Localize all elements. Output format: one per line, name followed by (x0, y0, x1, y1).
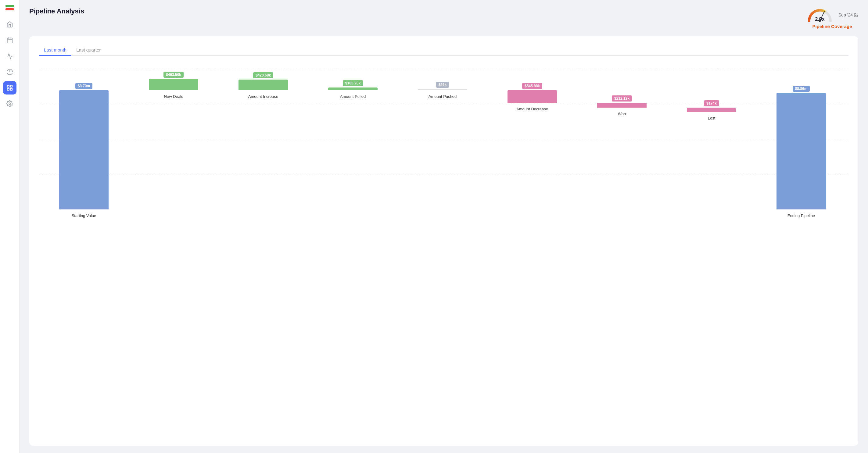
bar-label-won: $212.12k (612, 95, 632, 101)
period-label: Sep '24 (838, 12, 858, 18)
grid-line (39, 174, 848, 174)
bar-xlabel-won: Won (618, 111, 626, 116)
bar-rect-amount-pulled (328, 88, 378, 90)
pie-chart-icon (6, 69, 13, 75)
logo-bar-green (5, 5, 14, 7)
sidebar-item-pie[interactable] (3, 65, 17, 79)
dashboard-icon (6, 85, 13, 91)
bar-rect-won (597, 103, 647, 108)
sidebar-item-calendar[interactable] (3, 34, 17, 47)
home-icon (6, 21, 13, 28)
bar-group-amount-decrease: $545.88kAmount Decrease (507, 83, 557, 103)
svg-point-8 (9, 103, 11, 104)
bar-group-amount-pulled: $105.20kAmount Pulled (328, 80, 378, 90)
main-content: Pipeline Analysis (20, 0, 868, 453)
tab-last-quarter[interactable]: Last quarter (71, 45, 105, 56)
bar-label-amount-increase: $420.68k (253, 72, 273, 78)
bar-label-amount-pushed: $26k (436, 82, 449, 88)
bar-label-new-deals: $463.50k (163, 72, 184, 78)
bar-group-amount-increase: $420.68kAmount Increase (239, 72, 288, 90)
bar-group-won: $212.12kWon (597, 95, 647, 108)
pipeline-coverage-label: Pipeline Coverage (812, 24, 852, 29)
page-header: Pipeline Analysis (29, 7, 858, 29)
bar-label-ending-pipeline: $8.86m (793, 86, 810, 92)
bar-group-starting-value: $8.70mStarting Value (59, 83, 108, 209)
bar-xlabel-amount-decrease: Amount Decrease (516, 107, 548, 111)
period-info: Sep '24 (838, 12, 858, 18)
header-right: 2.0x Sep '24 Pipeline Coverage (806, 7, 858, 29)
pencil-icon[interactable] (854, 13, 858, 17)
svg-rect-7 (10, 88, 12, 90)
tab-bar: Last month Last quarter (39, 45, 848, 56)
pipeline-coverage-gauge: 2.0x (806, 7, 834, 23)
bar-group-amount-pushed: $26kAmount Pushed (418, 82, 467, 90)
bar-group-lost: $174kLost (687, 100, 736, 112)
svg-rect-6 (7, 88, 9, 90)
gauge-value: 2.0x (815, 17, 825, 22)
sidebar-item-chart[interactable] (3, 50, 17, 63)
bar-xlabel-starting-value: Starting Value (72, 214, 96, 218)
period-text: Sep '24 (838, 12, 853, 18)
sidebar-item-home[interactable] (3, 18, 17, 31)
bar-label-amount-pulled: $105.20k (343, 80, 363, 86)
bar-xlabel-new-deals: New Deals (164, 94, 183, 99)
bar-rect-starting-value (59, 90, 108, 209)
settings-icon (6, 100, 13, 107)
sidebar (0, 0, 20, 453)
bar-xlabel-amount-pushed: Amount Pushed (429, 94, 457, 99)
svg-rect-5 (10, 85, 12, 87)
bar-xlabel-amount-increase: Amount Increase (248, 94, 278, 99)
grid-line (39, 139, 848, 139)
waterfall-chart: $8.70mStarting Value$463.50kNew Deals$42… (39, 63, 848, 222)
bar-rect-amount-increase (239, 79, 288, 90)
bar-xlabel-lost: Lost (708, 116, 715, 121)
bar-xlabel-amount-pulled: Amount Pulled (340, 94, 366, 99)
svg-rect-4 (7, 85, 9, 87)
sidebar-item-settings[interactable] (3, 97, 17, 110)
app-logo (5, 5, 14, 10)
tab-last-month[interactable]: Last month (39, 45, 71, 56)
chart-line-icon (6, 53, 13, 59)
bar-group-ending-pipeline: $8.86mEnding Pipeline (776, 86, 826, 209)
sidebar-item-dashboard[interactable] (3, 81, 17, 95)
page-title: Pipeline Analysis (29, 7, 84, 15)
bar-rect-amount-decrease (507, 90, 557, 103)
svg-rect-0 (7, 38, 12, 43)
bar-rect-amount-pushed (418, 89, 467, 90)
bar-rect-ending-pipeline (776, 93, 826, 209)
bar-group-new-deals: $463.50kNew Deals (149, 72, 198, 90)
main-card: Last month Last quarter $8.70mStarting V… (29, 36, 858, 446)
gauge-container: 2.0x Sep '24 (806, 7, 858, 23)
logo-bar-red (5, 8, 14, 10)
bar-label-lost: $174k (704, 100, 719, 106)
bar-rect-new-deals (149, 79, 198, 90)
bar-label-amount-decrease: $545.88k (522, 83, 542, 89)
calendar-icon (6, 37, 13, 43)
bar-rect-lost (687, 108, 736, 112)
bar-xlabel-ending-pipeline: Ending Pipeline (787, 214, 815, 218)
bar-label-starting-value: $8.70m (75, 83, 93, 89)
